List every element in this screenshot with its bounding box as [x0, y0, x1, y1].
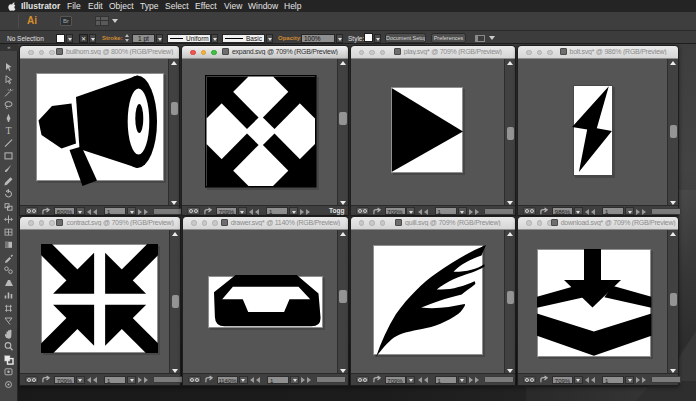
svg-text:T: T	[5, 125, 11, 136]
